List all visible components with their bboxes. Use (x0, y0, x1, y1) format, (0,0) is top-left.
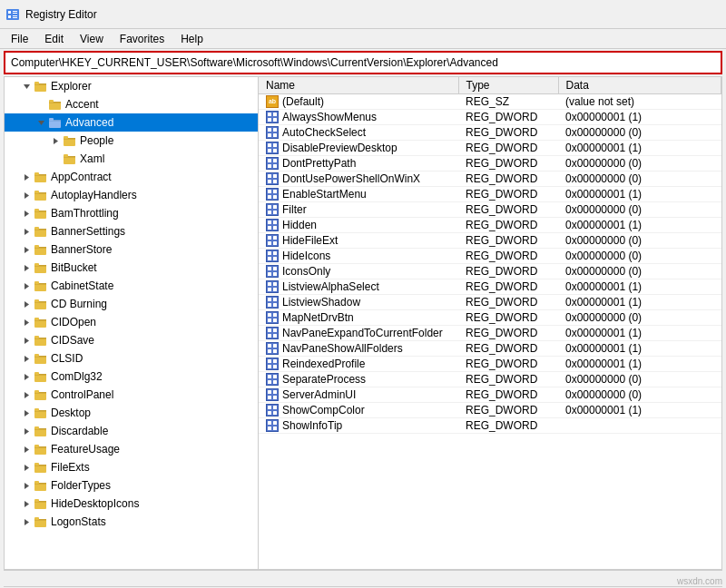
tree-item-bitbucket[interactable]: BitBucket (5, 259, 258, 277)
cell-name-4: DontPrettyPath (259, 156, 458, 172)
expand-btn-bitbucket[interactable] (19, 260, 34, 275)
cell-data-11: 0x00000000 (0) (558, 264, 721, 279)
table-row[interactable]: FilterREG_DWORD0x00000000 (0) (259, 202, 721, 218)
svg-rect-161 (268, 328, 271, 332)
tree-item-advanced[interactable]: Advanced (5, 113, 258, 132)
tree-item-cdburning[interactable]: CD Burning (5, 295, 258, 313)
expand-btn-controlpanel[interactable] (19, 387, 34, 402)
menu-help[interactable]: Help (173, 31, 211, 47)
table-row[interactable]: HideIconsREG_DWORD0x00000000 (0) (259, 249, 721, 264)
cell-data-2: 0x00000000 (0) (558, 125, 721, 141)
col-type[interactable]: Type (458, 77, 558, 94)
tree-item-cabinetstate[interactable]: CabinetState (5, 277, 258, 295)
table-row[interactable]: IconsOnlyREG_DWORD0x00000000 (0) (259, 264, 721, 279)
expand-btn-discardable[interactable] (19, 424, 34, 438)
expand-btn-cdburning[interactable] (19, 297, 34, 311)
expand-btn-explorer[interactable] (19, 79, 34, 93)
svg-marker-89 (25, 465, 29, 471)
table-row[interactable]: ShowCompColorREG_DWORD0x00000001 (1) (259, 403, 721, 418)
tree-item-comdlg32[interactable]: ComDlg32 (5, 368, 258, 386)
table-row[interactable]: ReindexedProfileREG_DWORD0x00000001 (1) (259, 357, 721, 372)
tree-item-logonstats[interactable]: LogonStats (5, 513, 258, 531)
svg-rect-185 (268, 421, 271, 425)
tree-label-cabinetstate: CabinetState (51, 279, 113, 292)
col-name[interactable]: Name (259, 77, 458, 94)
svg-rect-155 (268, 303, 271, 307)
table-row[interactable]: EnableStartMenuREG_DWORD0x00000001 (1) (259, 187, 721, 202)
expand-btn-advanced[interactable] (34, 115, 48, 130)
tree-item-foldertypes[interactable]: FolderTypes (5, 476, 258, 495)
table-row[interactable]: HideFileExtREG_DWORD0x00000000 (0) (259, 233, 721, 249)
svg-rect-152 (273, 288, 277, 291)
tree-item-fileexts[interactable]: FileExts (5, 458, 258, 476)
expand-btn-clsid[interactable] (19, 351, 34, 366)
table-row[interactable]: DisablePreviewDesktopREG_DWORD0x00000001… (259, 141, 721, 156)
tree-item-explorer[interactable]: Explorer (5, 77, 258, 95)
tree-label-comdlg32: ComDlg32 (51, 370, 103, 383)
menu-file[interactable]: File (4, 31, 35, 47)
svg-rect-10 (34, 82, 39, 84)
menu-favorites[interactable]: Favorites (113, 31, 172, 47)
expand-btn-desktop[interactable] (19, 406, 34, 420)
tree-item-discardable[interactable]: Discardable (5, 422, 258, 440)
expand-btn-autoplayhandlers[interactable] (19, 188, 34, 202)
reg-icon-0: ab (266, 95, 279, 108)
table-row[interactable]: NavPaneExpandToCurrentFolderREG_DWORD0x0… (259, 326, 721, 341)
tree-item-controlpanel[interactable]: ControlPanel (5, 386, 258, 404)
tree-item-featureusage[interactable]: FeatureUsage (5, 440, 258, 458)
tree-item-bannerstore[interactable]: BannerStore (5, 240, 258, 259)
data-pane[interactable]: Name Type Data ab(Default)REG_SZ(value n… (259, 77, 721, 569)
tree-item-clsid[interactable]: CLSID (5, 349, 258, 368)
tree-item-xaml[interactable]: Xaml (5, 150, 258, 168)
table-row[interactable]: DontUsePowerShellOnWinXREG_DWORD0x000000… (259, 172, 721, 187)
table-row[interactable]: NavPaneShowAllFoldersREG_DWORD0x00000001… (259, 341, 721, 357)
svg-rect-137 (268, 236, 271, 240)
table-row[interactable]: ListviewShadowREG_DWORD0x00000001 (1) (259, 295, 721, 310)
table-row[interactable]: ShowInfoTipREG_DWORD (259, 418, 721, 434)
table-row[interactable]: MapNetDrvBtnREG_DWORD0x00000000 (0) (259, 310, 721, 326)
expand-btn-bamthrottling[interactable] (19, 206, 34, 220)
tree-item-cidsave[interactable]: CIDSave (5, 331, 258, 349)
table-row[interactable]: DontPrettyPathREG_DWORD0x00000000 (0) (259, 156, 721, 172)
cell-type-0: REG_SZ (458, 94, 558, 110)
expand-btn-hidedesktopicons[interactable] (19, 496, 34, 511)
tree-item-cidopen[interactable]: CIDOpen (5, 313, 258, 331)
address-bar[interactable]: Computer\HKEY_CURRENT_USER\Software\Micr… (4, 51, 722, 74)
table-row[interactable]: HiddenREG_DWORD0x00000001 (1) (259, 218, 721, 233)
menu-view[interactable]: View (73, 31, 111, 47)
tree-item-accent[interactable]: Accent (5, 95, 258, 113)
expand-btn-cidsave[interactable] (19, 333, 34, 348)
expand-btn-bannerstore[interactable] (19, 242, 34, 257)
table-row[interactable]: AutoCheckSelectREG_DWORD0x00000000 (0) (259, 125, 721, 141)
tree-pane[interactable]: Explorer Accent Advanced People Xaml App… (5, 77, 259, 569)
tree-label-autoplayhandlers: AutoplayHandlers (51, 189, 137, 201)
expand-btn-cabinetstate[interactable] (19, 279, 34, 293)
table-row[interactable]: ab(Default)REG_SZ(value not set) (259, 94, 721, 110)
tree-item-bannersettings[interactable]: BannerSettings (5, 222, 258, 240)
expand-btn-cidopen[interactable] (19, 315, 34, 329)
table-row[interactable]: ListviewAlphaSelectREG_DWORD0x00000001 (… (259, 279, 721, 295)
expand-btn-foldertypes[interactable] (19, 478, 34, 493)
tree-item-desktop[interactable]: Desktop (5, 404, 258, 422)
tree-item-bamthrottling[interactable]: BamThrottling (5, 204, 258, 222)
expand-btn-bannersettings[interactable] (19, 224, 34, 239)
table-row[interactable]: SeparateProcessREG_DWORD0x00000000 (0) (259, 372, 721, 387)
expand-btn-appcontract[interactable] (19, 170, 34, 184)
menu-edit[interactable]: Edit (37, 31, 71, 47)
tree-item-autoplayhandlers[interactable]: AutoplayHandlers (5, 186, 258, 204)
tree-item-people[interactable]: People (5, 132, 258, 150)
address-path: Computer\HKEY_CURRENT_USER\Software\Micr… (11, 56, 498, 69)
tree-item-appcontract[interactable]: AppContract (5, 168, 258, 186)
expand-btn-comdlg32[interactable] (19, 369, 34, 384)
tree-item-hidedesktopicons[interactable]: HideDesktopIcons (5, 495, 258, 513)
table-row[interactable]: ServerAdminUIREG_DWORD0x00000000 (0) (259, 387, 721, 403)
table-row[interactable]: AlwaysShowMenusREG_DWORD0x00000001 (1) (259, 110, 721, 125)
expand-btn-people[interactable] (48, 133, 63, 148)
expand-btn-logonstats[interactable] (19, 514, 34, 529)
name-text-16: NavPaneShowAllFolders (282, 342, 403, 355)
expand-btn-featureusage[interactable] (19, 442, 34, 456)
tree-label-explorer: Explorer (51, 80, 92, 93)
expand-btn-fileexts[interactable] (19, 460, 34, 475)
name-text-20: ShowCompColor (282, 404, 365, 416)
col-data[interactable]: Data (558, 77, 721, 94)
